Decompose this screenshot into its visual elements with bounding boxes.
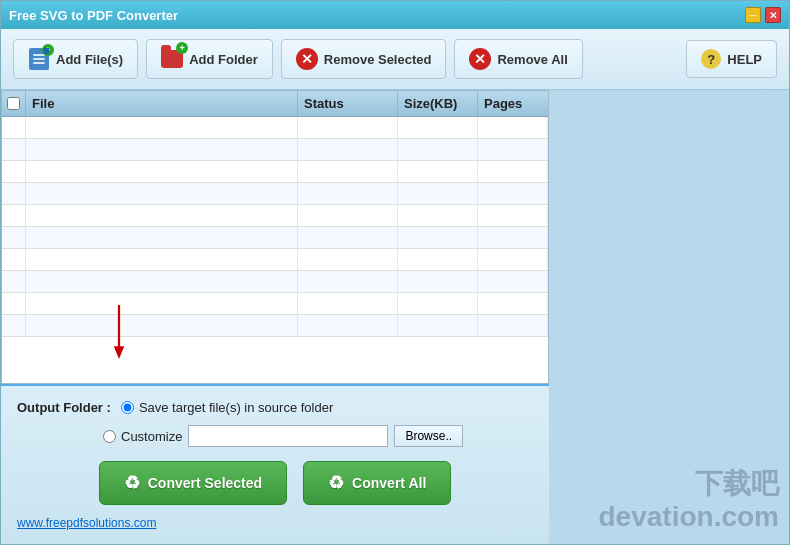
- customize-label: Customize: [121, 429, 182, 444]
- table-row: [2, 249, 548, 271]
- title-bar: Free SVG to PDF Converter ─ ✕: [1, 1, 789, 29]
- row-checkbox-cell: [2, 117, 26, 138]
- table-row: [2, 139, 548, 161]
- select-all-checkbox[interactable]: [7, 97, 20, 110]
- remove-selected-button[interactable]: ✕ Remove Selected: [281, 39, 447, 79]
- table-row: [2, 183, 548, 205]
- save-source-label: Save target file(s) in source folder: [139, 400, 333, 415]
- remove-all-label: Remove All: [497, 52, 567, 67]
- help-label: HELP: [727, 52, 762, 67]
- file-table: File Status Size(KB) Pages: [1, 90, 549, 384]
- watermark-line1: 下载吧: [599, 467, 779, 501]
- table-row: [2, 117, 548, 139]
- window-controls: ─ ✕: [745, 7, 781, 23]
- close-button[interactable]: ✕: [765, 7, 781, 23]
- watermark: 下载吧 devation.com: [599, 467, 779, 534]
- table-body: [2, 117, 548, 379]
- add-files-button[interactable]: + Add File(s): [13, 39, 138, 79]
- convert-selected-label: Convert Selected: [148, 475, 262, 491]
- status-column-header: Status: [298, 91, 398, 116]
- file-column-header: File: [26, 91, 298, 116]
- minimize-button[interactable]: ─: [745, 7, 761, 23]
- customize-radio-label[interactable]: Customize: [103, 429, 182, 444]
- remove-all-button[interactable]: ✕ Remove All: [454, 39, 582, 79]
- size-column-header: Size(KB): [398, 91, 478, 116]
- link-row: www.freepdfsolutions.com: [17, 515, 533, 530]
- content-area: File Status Size(KB) Pages: [1, 90, 789, 544]
- convert-all-icon: ♻: [328, 472, 344, 494]
- save-source-radio-label[interactable]: Save target file(s) in source folder: [121, 400, 333, 415]
- table-row: [2, 293, 548, 315]
- table-row: [2, 227, 548, 249]
- toolbar: + Add File(s) + Add Folder ✕ Remove Sele…: [1, 29, 789, 90]
- help-button[interactable]: ? HELP: [686, 40, 777, 78]
- browse-button[interactable]: Browse..: [394, 425, 463, 447]
- main-window: Free SVG to PDF Converter ─ ✕ + Add File…: [0, 0, 790, 545]
- add-folder-label: Add Folder: [189, 52, 258, 67]
- window-title: Free SVG to PDF Converter: [9, 8, 178, 23]
- add-folder-icon: +: [161, 48, 183, 70]
- svg-marker-1: [114, 346, 125, 359]
- pages-column-header: Pages: [478, 91, 548, 116]
- website-link[interactable]: www.freepdfsolutions.com: [17, 516, 156, 530]
- convert-all-button[interactable]: ♻ Convert All: [303, 461, 451, 505]
- customize-radio[interactable]: [103, 430, 116, 443]
- add-files-label: Add File(s): [56, 52, 123, 67]
- table-row: [2, 161, 548, 183]
- customize-path-input[interactable]: [188, 425, 388, 447]
- right-panel: 下载吧 devation.com: [549, 90, 789, 544]
- bottom-panel: Output Folder : Save target file(s) in s…: [1, 384, 549, 544]
- convert-row: ♻ Convert Selected ♻ Convert All: [17, 461, 533, 505]
- convert-selected-icon: ♻: [124, 472, 140, 494]
- remove-all-icon: ✕: [469, 48, 491, 70]
- row-pages-cell: [478, 117, 548, 138]
- remove-selected-icon: ✕: [296, 48, 318, 70]
- convert-all-label: Convert All: [352, 475, 426, 491]
- table-row: [2, 315, 548, 337]
- table-row: [2, 205, 548, 227]
- select-all-checkbox-header[interactable]: [2, 91, 26, 116]
- customize-row: Customize Browse..: [103, 425, 533, 447]
- help-icon: ?: [701, 49, 721, 69]
- add-folder-button[interactable]: + Add Folder: [146, 39, 273, 79]
- table-row: [2, 271, 548, 293]
- add-files-icon: +: [28, 48, 50, 70]
- left-panel: File Status Size(KB) Pages: [1, 90, 549, 544]
- convert-selected-button[interactable]: ♻ Convert Selected: [99, 461, 287, 505]
- row-size-cell: [398, 117, 478, 138]
- watermark-line2: devation.com: [599, 500, 779, 534]
- red-arrow-icon: [109, 305, 129, 365]
- output-folder-row: Output Folder : Save target file(s) in s…: [17, 400, 533, 415]
- save-source-radio[interactable]: [121, 401, 134, 414]
- row-file-cell: [26, 117, 298, 138]
- row-status-cell: [298, 117, 398, 138]
- output-folder-label: Output Folder :: [17, 400, 111, 415]
- table-header: File Status Size(KB) Pages: [2, 91, 548, 117]
- remove-selected-label: Remove Selected: [324, 52, 432, 67]
